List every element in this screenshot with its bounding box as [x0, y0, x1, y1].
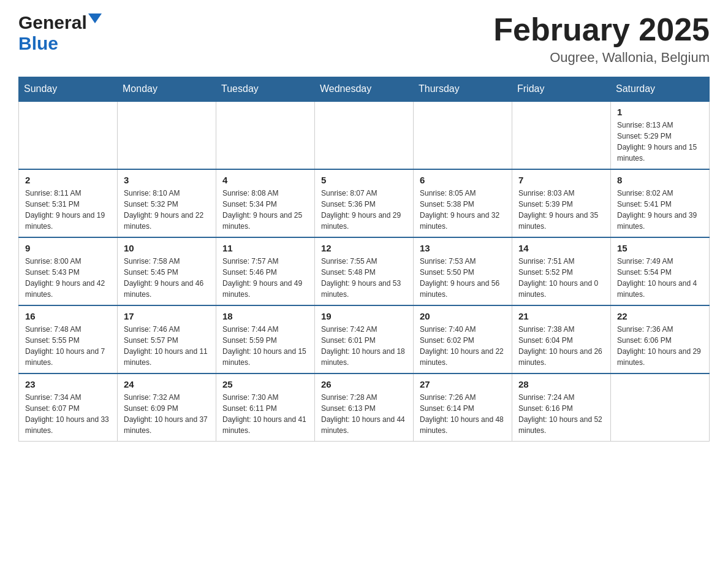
calendar-day-cell: 1Sunrise: 8:13 AMSunset: 5:29 PMDaylight… — [611, 101, 710, 169]
day-number: 21 — [518, 311, 604, 321]
calendar-header-row: SundayMondayTuesdayWednesdayThursdayFrid… — [19, 77, 710, 102]
title-block: February 2025 Ougree, Wallonia, Belgium — [493, 12, 710, 66]
month-title: February 2025 — [493, 12, 710, 47]
day-info: Sunrise: 8:07 AMSunset: 5:36 PMDaylight:… — [321, 188, 407, 232]
calendar-day-cell: 14Sunrise: 7:51 AMSunset: 5:52 PMDayligh… — [512, 237, 611, 305]
day-number: 27 — [420, 379, 506, 389]
calendar-day-cell: 22Sunrise: 7:36 AMSunset: 6:06 PMDayligh… — [611, 305, 710, 373]
day-number: 9 — [25, 243, 111, 253]
logo-triangle-icon — [88, 13, 102, 27]
day-number: 14 — [518, 243, 604, 253]
day-info: Sunrise: 8:03 AMSunset: 5:39 PMDaylight:… — [518, 188, 604, 232]
day-info: Sunrise: 7:44 AMSunset: 5:59 PMDaylight:… — [222, 324, 308, 368]
calendar-table: SundayMondayTuesdayWednesdayThursdayFrid… — [18, 77, 710, 442]
calendar-week-row: 2Sunrise: 8:11 AMSunset: 5:31 PMDaylight… — [19, 169, 710, 237]
day-of-week-header: Thursday — [414, 77, 512, 102]
day-info: Sunrise: 7:49 AMSunset: 5:54 PMDaylight:… — [617, 256, 703, 300]
calendar-day-cell: 17Sunrise: 7:46 AMSunset: 5:57 PMDayligh… — [118, 305, 216, 373]
day-info: Sunrise: 7:48 AMSunset: 5:55 PMDaylight:… — [25, 324, 111, 368]
calendar-day-cell: 15Sunrise: 7:49 AMSunset: 5:54 PMDayligh… — [611, 237, 710, 305]
calendar-day-cell: 6Sunrise: 8:05 AMSunset: 5:38 PMDaylight… — [414, 169, 512, 237]
calendar-day-cell — [414, 101, 512, 169]
day-info: Sunrise: 8:13 AMSunset: 5:29 PMDaylight:… — [617, 120, 703, 164]
day-info: Sunrise: 7:51 AMSunset: 5:52 PMDaylight:… — [518, 256, 604, 300]
day-of-week-header: Friday — [512, 77, 611, 102]
day-info: Sunrise: 7:32 AMSunset: 6:09 PMDaylight:… — [124, 392, 210, 436]
calendar-week-row: 23Sunrise: 7:34 AMSunset: 6:07 PMDayligh… — [19, 373, 710, 442]
day-info: Sunrise: 7:42 AMSunset: 6:01 PMDaylight:… — [321, 324, 407, 368]
page-header: General Blue February 2025 Ougree, Wallo… — [18, 12, 710, 66]
day-number: 28 — [518, 379, 604, 389]
location-subtitle: Ougree, Wallonia, Belgium — [493, 50, 710, 66]
day-number: 25 — [222, 379, 308, 389]
day-info: Sunrise: 7:36 AMSunset: 6:06 PMDaylight:… — [617, 324, 703, 368]
day-number: 24 — [124, 379, 210, 389]
calendar-day-cell: 12Sunrise: 7:55 AMSunset: 5:48 PMDayligh… — [315, 237, 414, 305]
day-of-week-header: Monday — [118, 77, 216, 102]
calendar-day-cell: 8Sunrise: 8:02 AMSunset: 5:41 PMDaylight… — [611, 169, 710, 237]
logo-general-text: General — [18, 12, 87, 33]
calendar-day-cell — [315, 101, 414, 169]
day-number: 6 — [420, 175, 506, 185]
day-number: 11 — [222, 243, 308, 253]
day-info: Sunrise: 7:53 AMSunset: 5:50 PMDaylight:… — [420, 256, 506, 300]
day-number: 17 — [124, 311, 210, 321]
calendar-day-cell — [19, 101, 118, 169]
day-info: Sunrise: 7:24 AMSunset: 6:16 PMDaylight:… — [518, 392, 604, 436]
day-info: Sunrise: 8:00 AMSunset: 5:43 PMDaylight:… — [25, 256, 111, 300]
calendar-day-cell — [611, 373, 710, 442]
day-number: 1 — [617, 107, 703, 117]
calendar-day-cell: 3Sunrise: 8:10 AMSunset: 5:32 PMDaylight… — [118, 169, 216, 237]
calendar-day-cell: 20Sunrise: 7:40 AMSunset: 6:02 PMDayligh… — [414, 305, 512, 373]
day-number: 15 — [617, 243, 703, 253]
day-number: 8 — [617, 175, 703, 185]
day-info: Sunrise: 7:38 AMSunset: 6:04 PMDaylight:… — [518, 324, 604, 368]
calendar-day-cell — [512, 101, 611, 169]
day-of-week-header: Tuesday — [216, 77, 315, 102]
calendar-day-cell: 13Sunrise: 7:53 AMSunset: 5:50 PMDayligh… — [414, 237, 512, 305]
day-number: 16 — [25, 311, 111, 321]
day-info: Sunrise: 7:26 AMSunset: 6:14 PMDaylight:… — [420, 392, 506, 436]
day-of-week-header: Saturday — [611, 77, 710, 102]
day-info: Sunrise: 7:55 AMSunset: 5:48 PMDaylight:… — [321, 256, 407, 300]
calendar-day-cell: 28Sunrise: 7:24 AMSunset: 6:16 PMDayligh… — [512, 373, 611, 442]
day-of-week-header: Sunday — [19, 77, 118, 102]
day-info: Sunrise: 7:58 AMSunset: 5:45 PMDaylight:… — [124, 256, 210, 300]
day-number: 3 — [124, 175, 210, 185]
calendar-day-cell: 16Sunrise: 7:48 AMSunset: 5:55 PMDayligh… — [19, 305, 118, 373]
calendar-week-row: 16Sunrise: 7:48 AMSunset: 5:55 PMDayligh… — [19, 305, 710, 373]
day-info: Sunrise: 8:05 AMSunset: 5:38 PMDaylight:… — [420, 188, 506, 232]
day-number: 18 — [222, 311, 308, 321]
day-number: 20 — [420, 311, 506, 321]
calendar-day-cell: 2Sunrise: 8:11 AMSunset: 5:31 PMDaylight… — [19, 169, 118, 237]
day-number: 4 — [222, 175, 308, 185]
calendar-day-cell: 21Sunrise: 7:38 AMSunset: 6:04 PMDayligh… — [512, 305, 611, 373]
calendar-day-cell: 11Sunrise: 7:57 AMSunset: 5:46 PMDayligh… — [216, 237, 315, 305]
calendar-day-cell: 4Sunrise: 8:08 AMSunset: 5:34 PMDaylight… — [216, 169, 315, 237]
calendar-week-row: 1Sunrise: 8:13 AMSunset: 5:29 PMDaylight… — [19, 101, 710, 169]
calendar-day-cell: 10Sunrise: 7:58 AMSunset: 5:45 PMDayligh… — [118, 237, 216, 305]
day-number: 7 — [518, 175, 604, 185]
calendar-day-cell: 7Sunrise: 8:03 AMSunset: 5:39 PMDaylight… — [512, 169, 611, 237]
day-info: Sunrise: 7:46 AMSunset: 5:57 PMDaylight:… — [124, 324, 210, 368]
calendar-day-cell: 18Sunrise: 7:44 AMSunset: 5:59 PMDayligh… — [216, 305, 315, 373]
day-info: Sunrise: 7:30 AMSunset: 6:11 PMDaylight:… — [222, 392, 308, 436]
day-number: 2 — [25, 175, 111, 185]
day-info: Sunrise: 7:40 AMSunset: 6:02 PMDaylight:… — [420, 324, 506, 368]
day-number: 12 — [321, 243, 407, 253]
day-number: 10 — [124, 243, 210, 253]
day-of-week-header: Wednesday — [315, 77, 414, 102]
calendar-day-cell: 19Sunrise: 7:42 AMSunset: 6:01 PMDayligh… — [315, 305, 414, 373]
calendar-week-row: 9Sunrise: 8:00 AMSunset: 5:43 PMDaylight… — [19, 237, 710, 305]
calendar-day-cell: 25Sunrise: 7:30 AMSunset: 6:11 PMDayligh… — [216, 373, 315, 442]
day-number: 23 — [25, 379, 111, 389]
calendar-day-cell: 23Sunrise: 7:34 AMSunset: 6:07 PMDayligh… — [19, 373, 118, 442]
logo: General Blue — [18, 12, 102, 54]
day-number: 13 — [420, 243, 506, 253]
calendar-day-cell: 27Sunrise: 7:26 AMSunset: 6:14 PMDayligh… — [414, 373, 512, 442]
day-info: Sunrise: 8:11 AMSunset: 5:31 PMDaylight:… — [25, 188, 111, 232]
calendar-day-cell: 5Sunrise: 8:07 AMSunset: 5:36 PMDaylight… — [315, 169, 414, 237]
calendar-day-cell: 26Sunrise: 7:28 AMSunset: 6:13 PMDayligh… — [315, 373, 414, 442]
calendar-day-cell: 9Sunrise: 8:00 AMSunset: 5:43 PMDaylight… — [19, 237, 118, 305]
svg-marker-0 — [88, 13, 102, 23]
